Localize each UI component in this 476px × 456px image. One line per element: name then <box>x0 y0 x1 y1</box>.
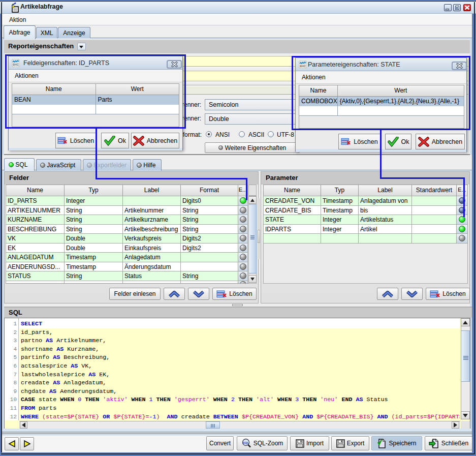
svg-text:SQL: SQL <box>242 441 249 444</box>
